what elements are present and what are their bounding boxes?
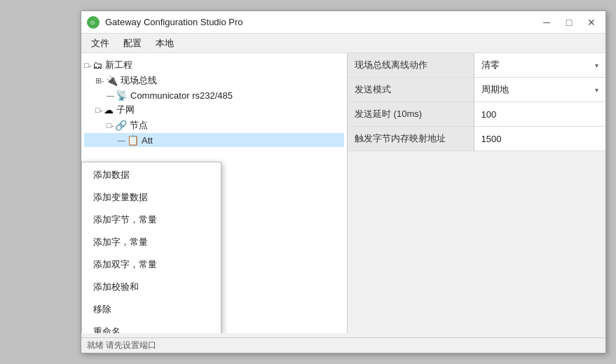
context-menu-item[interactable]: 添加字，常量 (82, 231, 221, 253)
property-label: 现场总线离线动作 (348, 53, 474, 78)
property-row: 发送延时 (10ms)100 (348, 102, 605, 127)
main-content: □- 🗂 新工程 ⊞- 🔌 现场总线 — 📡 Communicator rs23… (81, 53, 605, 333)
expand-icon: — (107, 91, 114, 99)
titlebar: G Gateway Configuration Studio Pro ─ □ ✕ (81, 11, 605, 34)
expand-icon[interactable]: □- (107, 121, 114, 130)
window-title: Gateway Configuration Studio Pro (105, 17, 538, 27)
property-row: 触发字节内存映射地址1500 (348, 127, 605, 151)
property-value: 1500 (474, 127, 605, 151)
tree-node-subnet[interactable]: □- ☁ 子网 (84, 102, 344, 118)
right-panel: 现场总线离线动作清零▾发送模式周期地▾发送延时 (10ms)100触发字节内存映… (348, 53, 605, 333)
property-value[interactable]: 周期地▾ (474, 78, 605, 102)
expand-icon[interactable]: □- (84, 61, 91, 69)
property-value: 100 (474, 102, 605, 127)
node-label: Att (142, 135, 153, 146)
node-label: 节点 (130, 119, 148, 132)
window-controls: ─ □ ✕ (538, 15, 600, 29)
context-menu-item[interactable]: 添加字节，常量 (82, 209, 221, 231)
property-label: 发送延时 (10ms) (348, 102, 474, 127)
comm-icon: 📡 (116, 90, 128, 101)
expand-icon: — (118, 136, 125, 144)
main-window: G Gateway Configuration Studio Pro ─ □ ✕… (81, 10, 606, 354)
svg-text:G: G (90, 20, 95, 26)
context-menu-item[interactable]: 添加数据 (82, 164, 221, 186)
menu-item-文件[interactable]: 文件 (84, 34, 116, 52)
dropdown-arrow-icon[interactable]: ▾ (595, 62, 598, 69)
tree-node-att[interactable]: — 📋 Att (84, 133, 344, 147)
tree-panel: □- 🗂 新工程 ⊞- 🔌 现场总线 — 📡 Communicator rs23… (81, 53, 348, 333)
property-row: 发送模式周期地▾ (348, 78, 605, 102)
property-value[interactable]: 清零▾ (474, 53, 605, 78)
property-label: 触发字节内存映射地址 (348, 127, 474, 151)
expand-icon[interactable]: □- (95, 106, 102, 114)
node-label: Communicator rs232/485 (130, 90, 233, 101)
node-label: 现场总线 (121, 74, 157, 87)
context-menu: 添加数据添加变量数据添加字节，常量添加字，常量添加双字，常量添加校验和移除重命名 (81, 162, 221, 333)
context-menu-item[interactable]: 移除 (82, 298, 221, 321)
node-icon: 🔗 (115, 120, 127, 131)
expand-icon[interactable]: ⊞- (95, 76, 104, 85)
maximize-button[interactable]: □ (561, 15, 577, 29)
status-text: 就绪 请先设置端口 (87, 340, 156, 351)
menu-item-配置[interactable]: 配置 (116, 34, 149, 52)
tree-node-node[interactable]: □- 🔗 节点 (84, 118, 344, 133)
property-label: 发送模式 (348, 78, 474, 102)
context-menu-item[interactable]: 重命名 (82, 321, 221, 333)
context-menu-item[interactable]: 添加双字，常量 (82, 253, 221, 276)
minimize-button[interactable]: ─ (538, 15, 555, 29)
menu-item-本地[interactable]: 本地 (149, 34, 181, 52)
node-label: 新工程 (105, 59, 132, 71)
app-icon: G (87, 16, 100, 29)
tree-node-fieldbus[interactable]: ⊞- 🔌 现场总线 (84, 73, 344, 88)
statusbar: 就绪 请先设置端口 (81, 337, 605, 353)
node-label: 子网 (116, 104, 135, 116)
att-icon: 📋 (127, 134, 139, 146)
dropdown-arrow-icon[interactable]: ▾ (595, 86, 598, 94)
context-menu-item[interactable]: 添加校验和 (82, 276, 221, 298)
bus-icon: 🔌 (106, 75, 118, 86)
cloud-icon: ☁ (104, 104, 114, 115)
menubar: 文件配置本地 (81, 34, 605, 53)
properties-table: 现场总线离线动作清零▾发送模式周期地▾发送延时 (10ms)100触发字节内存映… (348, 53, 605, 151)
property-row: 现场总线离线动作清零▾ (348, 53, 605, 78)
context-menu-item[interactable]: 添加变量数据 (82, 186, 221, 209)
tree-node-root[interactable]: □- 🗂 新工程 (84, 57, 344, 73)
folder-icon: 🗂 (93, 59, 102, 71)
tree-node-comm[interactable]: — 📡 Communicator rs232/485 (84, 88, 344, 102)
close-button[interactable]: ✕ (583, 15, 600, 29)
